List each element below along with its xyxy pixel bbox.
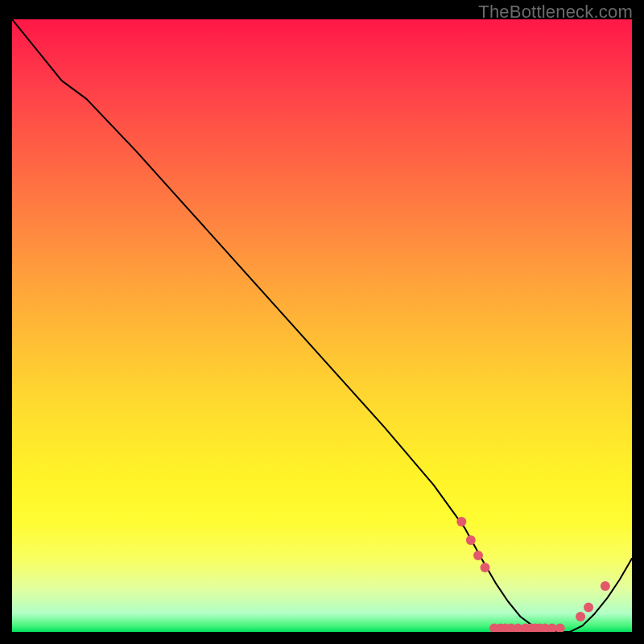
plot-gradient-background [12,19,632,632]
chart-container: TheBottleneck.com [0,0,644,644]
watermark-text: TheBottleneck.com [478,2,633,23]
